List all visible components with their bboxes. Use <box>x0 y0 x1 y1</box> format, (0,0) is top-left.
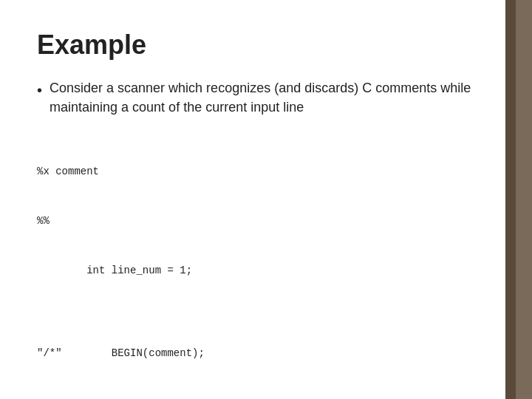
bullet-dot: • <box>37 80 42 101</box>
bullet-item: • Consider a scanner which recognizes (a… <box>37 78 495 117</box>
code-line-1: %x comment <box>37 163 495 180</box>
slide: Example • Consider a scanner which recog… <box>0 0 532 399</box>
sidebar-accent-dark <box>505 0 516 399</box>
sidebar-accent-light <box>516 0 532 399</box>
code-line-3: int line_num = 1; <box>37 262 495 279</box>
bullet-section: • Consider a scanner which recognizes (a… <box>37 78 495 117</box>
bullet-text: Consider a scanner which recognizes (and… <box>50 78 495 117</box>
code-line-5: "/*" BEGIN(comment); <box>37 345 495 361</box>
code-line-2: %% <box>37 213 495 229</box>
code-block: %x comment %% int line_num = 1; "/*" BEG… <box>37 130 495 399</box>
slide-title: Example <box>37 30 495 61</box>
